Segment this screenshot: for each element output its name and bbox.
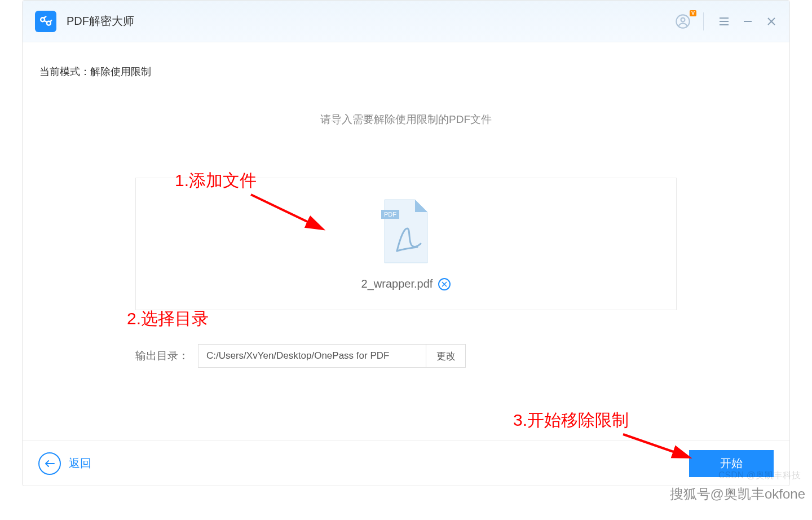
svg-point-1 — [47, 21, 51, 25]
svg-point-3 — [681, 17, 685, 21]
file-row: 2_wrapper.pdf — [361, 277, 451, 290]
back-label: 返回 — [69, 456, 91, 471]
pdf-file-icon: PDF — [380, 197, 432, 267]
title-controls: V — [674, 12, 780, 30]
annotation-step2: 2.选择目录 — [127, 307, 209, 330]
user-account-button[interactable]: V — [674, 12, 692, 30]
minimize-button[interactable] — [739, 12, 757, 30]
mode-label: 当前模式： — [39, 66, 90, 77]
bottom-bar: 返回 开始 — [23, 440, 789, 486]
close-icon — [767, 17, 775, 25]
vip-badge: V — [690, 10, 696, 16]
output-row: 输出目录： 更改 — [135, 344, 677, 368]
file-name: 2_wrapper.pdf — [361, 277, 433, 290]
watermark-sohu: 搜狐号@奥凯丰okfone — [670, 485, 805, 503]
file-dropzone[interactable]: PDF 2_wrapper.pdf — [135, 178, 677, 310]
close-button[interactable] — [762, 12, 780, 30]
title-bar: PDF解密大师 V — [23, 1, 789, 42]
app-window: PDF解密大师 V — [22, 0, 790, 486]
mode-value: 解除使用限制 — [90, 66, 151, 77]
change-dir-button[interactable]: 更改 — [426, 344, 466, 368]
output-label: 输出目录： — [135, 349, 189, 363]
menu-button[interactable] — [715, 12, 733, 30]
output-path-input[interactable] — [198, 344, 426, 368]
back-arrow-icon — [38, 452, 61, 475]
svg-text:PDF: PDF — [384, 211, 396, 218]
start-button[interactable]: 开始 — [689, 450, 774, 477]
mode-line: 当前模式：解除使用限制 — [39, 65, 773, 78]
remove-file-button[interactable] — [438, 278, 451, 290]
minimize-icon — [744, 21, 752, 22]
back-button[interactable]: 返回 — [38, 452, 91, 475]
annotation-step3: 3.开始移除限制 — [513, 409, 629, 432]
divider — [703, 12, 704, 30]
app-logo-icon — [35, 11, 56, 32]
main-content: 当前模式：解除使用限制 请导入需要解除使用限制的PDF文件 PDF 2_wrap… — [23, 42, 789, 440]
remove-icon — [442, 281, 447, 287]
app-title: PDF解密大师 — [67, 14, 134, 29]
hamburger-icon — [720, 17, 729, 25]
instruction-text: 请导入需要解除使用限制的PDF文件 — [39, 112, 773, 127]
